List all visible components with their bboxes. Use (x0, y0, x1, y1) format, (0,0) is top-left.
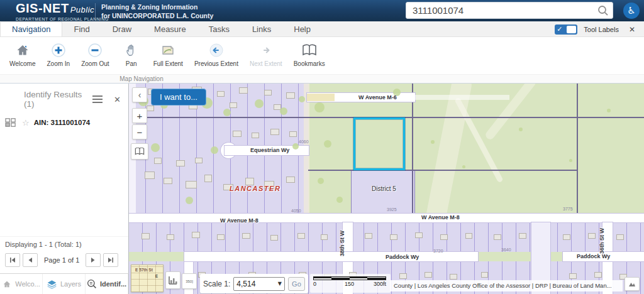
tab-identify[interactable]: Identif... (86, 274, 128, 294)
toolbar-close-icon[interactable]: ✕ (625, 25, 639, 34)
identify-results-panel: Identify Results (1) ✕ ☆ AIN: 3111001074… (0, 84, 129, 273)
result-ain-label: AIN: 3111001074 (34, 119, 91, 126)
inset-street-label: E 57th St (135, 268, 153, 272)
welcome-button[interactable]: Welcome (4, 41, 42, 68)
building-footprint (494, 234, 501, 240)
building-footprint (286, 177, 295, 183)
tree (336, 197, 343, 203)
building-footprint (252, 133, 259, 138)
building-footprint (142, 233, 150, 239)
results-summary: Displaying 1 - 1 (Total: 1) (5, 241, 123, 248)
pan-button[interactable]: Pan (115, 41, 148, 68)
map-zoom-out-button[interactable]: − (132, 124, 147, 139)
tab-welcome[interactable]: Welco... (0, 274, 43, 294)
search-input[interactable] (406, 5, 594, 16)
tool-labels-label: Tool Labels (584, 26, 619, 33)
tree (299, 96, 305, 102)
tab-help[interactable]: Help (282, 21, 322, 36)
accessibility-icon[interactable]: ♿ (623, 3, 640, 19)
page-first-button[interactable] (5, 253, 20, 267)
building-footprint (588, 233, 596, 239)
map-label: 4060 (299, 139, 309, 144)
map-zoom-in-button[interactable]: + (132, 108, 147, 123)
full-extent-button[interactable]: Full Extent (148, 41, 189, 68)
search-icon[interactable] (594, 3, 613, 18)
map-label: W Avenue M-8 (421, 214, 460, 220)
menu-tab-bar: Navigation Find Draw Measure Tasks Links… (0, 21, 644, 37)
coordinates-widget-icon[interactable] (165, 271, 180, 289)
tree (569, 159, 572, 162)
app-header: GIS-NETPublic DEPARTMENT OF REGIONAL PLA… (0, 0, 644, 21)
app-variant: Public (70, 5, 94, 14)
tool-labels-toggle[interactable]: ✓ (555, 24, 577, 35)
zoom-in-button[interactable]: Zoom In (42, 41, 76, 68)
tab-tasks[interactable]: Tasks (197, 21, 241, 36)
building-footprint (365, 233, 372, 239)
home-icon (15, 42, 30, 58)
bookmarks-button[interactable]: Bookmarks (288, 41, 331, 68)
road-avenue-m6-highlight (307, 94, 335, 101)
map-label: Paddock Wy (577, 253, 610, 259)
page-previous-button[interactable] (23, 253, 38, 267)
map-viewport[interactable]: W Avenue M-6Equestrian WyW Avenue M-8W A… (129, 84, 644, 294)
overview-map-inset[interactable]: E 57th St E (131, 264, 164, 292)
map-label: W Avenue M-8 (220, 217, 258, 224)
home-icon (2, 280, 12, 289)
building-footprint (321, 234, 328, 240)
building-footprint (192, 232, 200, 238)
building-footprint (465, 233, 472, 239)
scalebar-mid: 150 (345, 281, 354, 287)
layers-icon (47, 280, 57, 289)
panel-collapse-button[interactable]: ‹ (132, 87, 147, 102)
building-footprint (176, 160, 185, 166)
map-bookmarks-button[interactable] (131, 143, 148, 160)
selected-parcel-highlight[interactable] (353, 117, 405, 170)
building-footprint (242, 233, 250, 239)
zoom-out-button[interactable]: Zoom Out (75, 41, 114, 68)
building-footprint (569, 273, 577, 279)
chevron-down-icon: ▼ (278, 281, 282, 286)
i-want-to-button[interactable]: I want to... (151, 89, 206, 106)
tab-links[interactable]: Links (241, 21, 282, 36)
page-last-button[interactable] (103, 253, 118, 267)
road-avenue-m6-extension (415, 95, 509, 100)
map-navigation-toolbar: Welcome Zoom In Zoom Out Pan (0, 37, 644, 84)
scale-go-button[interactable]: Go (288, 277, 305, 291)
building-footprint (390, 234, 397, 240)
tree (607, 109, 611, 112)
building-footprint (233, 131, 242, 137)
full-extent-icon (160, 42, 175, 58)
building-footprint (594, 272, 602, 278)
tab-measure[interactable]: Measure (143, 21, 197, 36)
identify-result-row[interactable]: ☆ AIN: 3111001074 (0, 114, 128, 131)
tab-layers[interactable]: Layers (43, 274, 86, 294)
building-footprint (616, 234, 624, 240)
zoom-out-icon (87, 42, 103, 58)
scale-select[interactable]: 4,514 ▼ (233, 277, 285, 291)
building-footprint (270, 235, 278, 241)
pan-hand-icon (125, 42, 138, 58)
favorite-star-icon[interactable]: ☆ (22, 118, 30, 128)
building-footprint (415, 232, 423, 238)
building-footprint (399, 273, 407, 279)
parcel-result-icon (5, 117, 16, 128)
attribution-expand-button[interactable] (625, 277, 640, 291)
page-next-button[interactable] (86, 253, 101, 267)
section-line (577, 84, 578, 214)
panel-title: Identify Results (1) (24, 90, 92, 109)
building-footprint (230, 102, 237, 108)
tree (324, 140, 331, 148)
graphic-scale-icon[interactable]: 350] (182, 273, 197, 289)
panel-close-icon[interactable]: ✕ (111, 95, 123, 104)
road-paddock-wy (184, 252, 478, 261)
tab-find[interactable]: Find (62, 21, 101, 36)
building-footprint (297, 233, 305, 239)
previous-extent-button[interactable]: Previous Extent (189, 41, 244, 68)
map-label: LANCASTER (230, 185, 280, 192)
tab-draw[interactable]: Draw (101, 21, 143, 36)
tab-navigation[interactable]: Navigation (0, 21, 62, 36)
app-name: GIS-NET (16, 1, 69, 15)
building-footprint (186, 181, 197, 188)
panel-menu-icon[interactable] (92, 95, 103, 103)
scalebar-end: 300ft (374, 281, 386, 287)
